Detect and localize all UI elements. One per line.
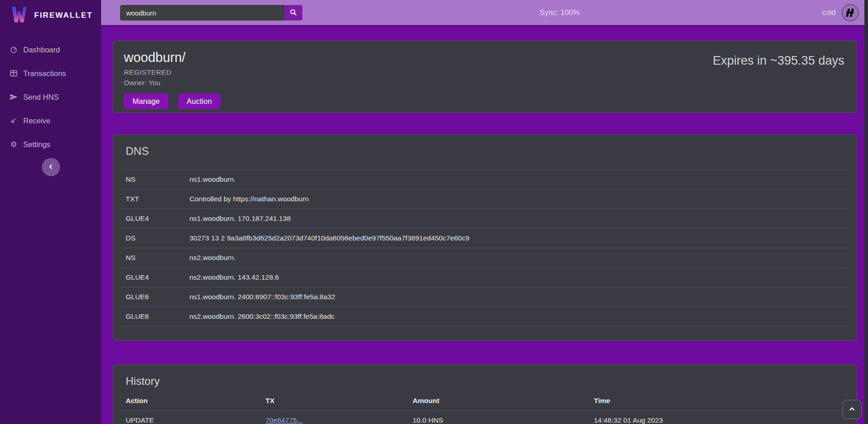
dns-table: NS ns1.woodburn. TXT Controlled by https… xyxy=(121,169,848,327)
page-scrollbar[interactable] xyxy=(864,0,868,424)
receive-icon xyxy=(9,116,18,125)
dns-record-row: GLUE6 ns2.woodburn. 2600:3c02::f03c:93ff… xyxy=(121,307,848,327)
wallet-name: cold xyxy=(822,9,836,17)
sidebar-item-send-hns[interactable]: Send HNS xyxy=(0,85,101,109)
dns-record-row: TXT Controlled by https://nathan.woodbur… xyxy=(121,189,848,209)
auction-button[interactable]: Auction xyxy=(178,93,220,109)
search-input[interactable] xyxy=(120,5,284,20)
manage-button[interactable]: Manage xyxy=(124,93,168,109)
domain-owner: Owner: You xyxy=(124,79,845,87)
dns-record-row: NS ns2.woodburn. xyxy=(121,248,848,268)
tx-link[interactable]: 70e64775... xyxy=(266,416,303,424)
sidebar-item-label: Send HNS xyxy=(23,93,59,102)
sidebar-nav: Dashboard Transactions Send HNS xyxy=(0,31,101,156)
expires-label: Expires in ~395.35 days xyxy=(713,54,844,68)
brand-name: FIREWALLET xyxy=(34,11,93,20)
domain-card: woodburn/ REGISTERED Owner: You Manage A… xyxy=(112,41,857,113)
dns-record-row: GLUE4 ns1.woodburn. 170.187.241.138 xyxy=(121,209,848,229)
sidebar-item-settings[interactable]: ⚙ Settings xyxy=(0,133,101,156)
history-card-title: History xyxy=(121,375,848,388)
dns-record-value: ns2.woodburn. xyxy=(185,248,848,268)
main-content: woodburn/ REGISTERED Owner: You Manage A… xyxy=(101,25,864,424)
sidebar-item-label: Dashboard xyxy=(23,46,60,54)
dns-card-title: DNS xyxy=(121,145,848,158)
dns-record-type: DS xyxy=(121,229,185,248)
wallet-selector[interactable]: cold xyxy=(822,0,859,25)
domain-actions: Manage Auction xyxy=(124,93,845,109)
sidebar-item-label: Transactions xyxy=(23,69,66,78)
dns-record-value: ns1.woodburn. 2400:8907::f03c:93ff:fe5a:… xyxy=(185,287,848,307)
history-amount: 10.0 HNS xyxy=(408,411,589,424)
dns-record-type: GLUE4 xyxy=(121,268,185,287)
dns-record-row: DS 30273 13 2 9a3a8fb3d625d2a2073d740f10… xyxy=(121,229,848,248)
brand-header[interactable]: FIREWALLET xyxy=(0,0,101,31)
sidebar-item-label: Settings xyxy=(23,140,51,149)
history-col-action: Action xyxy=(121,391,261,411)
sidebar-item-receive[interactable]: Receive xyxy=(0,109,101,133)
history-col-tx: TX xyxy=(261,391,408,411)
dns-record-type: GLUE6 xyxy=(121,307,185,327)
dns-record-value: ns1.woodburn. 170.187.241.138 xyxy=(185,209,848,229)
dns-record-value: 30273 13 2 9a3a8fb3d625d2a2073d740f10da6… xyxy=(185,229,848,248)
history-action: UPDATE xyxy=(121,411,261,424)
domain-status: REGISTERED xyxy=(124,68,845,77)
sync-status: Sync: 100% xyxy=(540,8,580,17)
history-row: UPDATE 70e64775... 10.0 HNS 14:46:32 01 … xyxy=(121,411,848,424)
history-col-time: Time xyxy=(589,391,848,411)
scroll-to-top-button[interactable] xyxy=(842,400,862,419)
history-table: Action TX Amount Time UPDATE 70e64775...… xyxy=(121,391,848,424)
topbar: Sync: 100% cold xyxy=(101,0,868,25)
dns-record-type: NS xyxy=(121,170,185,189)
send-icon xyxy=(9,92,18,102)
chevron-left-icon xyxy=(47,163,55,172)
sidebar-collapse-button[interactable] xyxy=(42,158,60,176)
dns-record-type: NS xyxy=(121,248,185,268)
firewallet-logo-icon xyxy=(10,5,28,26)
sidebar-item-dashboard[interactable]: Dashboard xyxy=(0,38,101,61)
dns-record-value: ns1.woodburn. xyxy=(185,170,848,189)
handshake-logo-icon xyxy=(842,4,859,21)
history-col-amount: Amount xyxy=(408,391,589,411)
dns-card: DNS NS ns1.woodburn. TXT Controlled by h… xyxy=(112,134,857,341)
dns-record-type: GLUE6 xyxy=(121,287,185,307)
history-header-row: Action TX Amount Time xyxy=(121,391,848,411)
chevron-up-icon xyxy=(848,405,856,414)
dns-record-row: GLUE4 ns2.woodburn. 143.42.128.6 xyxy=(121,268,848,287)
gear-icon: ⚙ xyxy=(9,140,18,149)
dns-record-type: GLUE4 xyxy=(121,209,185,229)
sidebar: FIREWALLET Dashboard Transactions xyxy=(0,0,101,424)
dns-record-value: ns2.woodburn. 143.42.128.6 xyxy=(185,268,848,287)
table-icon xyxy=(9,69,18,78)
history-card: History Action TX Amount Time UPDATE 70e… xyxy=(112,364,857,424)
history-time: 14:46:32 01 Aug 2023 xyxy=(589,411,848,424)
dns-record-row: GLUE6 ns1.woodburn. 2400:8907::f03c:93ff… xyxy=(121,287,848,307)
dns-record-value: Controlled by https://nathan.woodburn xyxy=(185,189,848,209)
search-icon xyxy=(289,8,297,18)
dns-record-row: NS ns1.woodburn. xyxy=(121,170,848,189)
search-button[interactable] xyxy=(284,5,302,20)
sidebar-item-transactions[interactable]: Transactions xyxy=(0,61,101,85)
dns-record-value: ns2.woodburn. 2600:3c02::f03c:93ff:fe5a:… xyxy=(185,307,848,327)
gauge-icon xyxy=(9,45,18,54)
sidebar-item-label: Receive xyxy=(23,117,51,125)
search-bar xyxy=(120,5,302,20)
dns-record-type: TXT xyxy=(121,189,185,209)
